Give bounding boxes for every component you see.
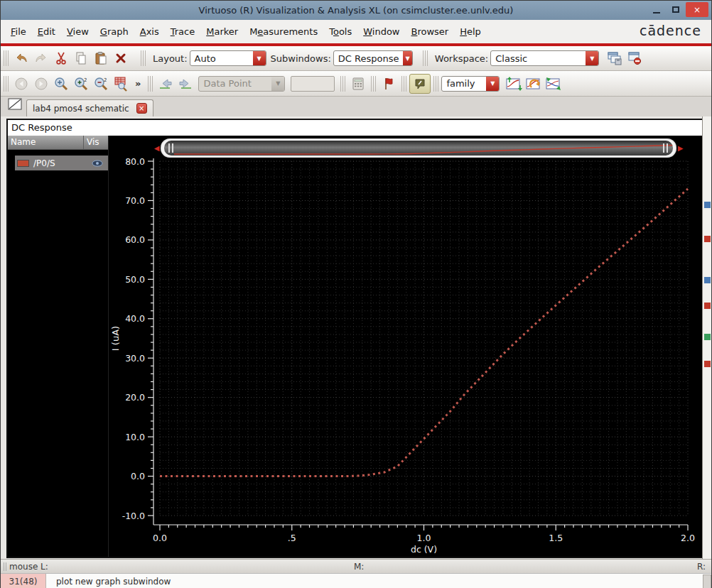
label-info-toggle[interactable] bbox=[409, 74, 431, 94]
menu-browser[interactable]: Browser bbox=[406, 23, 455, 40]
dropdown-arrow-icon[interactable]: ▼ bbox=[403, 51, 411, 65]
trace-visibility-toggle[interactable] bbox=[87, 160, 108, 167]
menu-file[interactable]: File bbox=[5, 23, 32, 40]
previous-point-icon bbox=[158, 77, 173, 91]
swap-sweep-button[interactable] bbox=[504, 74, 524, 93]
menu-help[interactable]: Help bbox=[454, 23, 487, 40]
dropdown-arrow-icon[interactable]: ▼ bbox=[253, 51, 266, 65]
family-dropdown[interactable]: family ▼ bbox=[441, 76, 500, 92]
command-counter: 31(48) bbox=[1, 574, 46, 588]
svg-text:.5: .5 bbox=[288, 533, 296, 543]
toolbar-grip[interactable] bbox=[4, 76, 9, 92]
layout-dropdown[interactable]: Auto ▼ bbox=[190, 50, 266, 66]
menu-axis[interactable]: Axis bbox=[134, 23, 165, 40]
tab-close-button[interactable]: × bbox=[136, 103, 147, 114]
minimize-button[interactable] bbox=[647, 2, 665, 17]
toolbar-grip[interactable] bbox=[433, 76, 438, 92]
subwindows-dropdown[interactable]: DC Response ▼ bbox=[333, 50, 413, 66]
status-grip bbox=[4, 562, 8, 571]
panel-fragment-icon bbox=[704, 277, 711, 283]
dropdown-arrow-icon[interactable]: ▼ bbox=[271, 77, 284, 91]
legend-name-header[interactable]: Name bbox=[8, 136, 84, 149]
toolbar-grip[interactable] bbox=[423, 50, 428, 66]
command-scrollbar[interactable] bbox=[703, 575, 711, 588]
legend-vis-header[interactable]: Vis bbox=[84, 136, 108, 149]
next-point-button[interactable] bbox=[176, 74, 195, 93]
save-workspace-icon bbox=[607, 51, 622, 65]
datapoint-dropdown[interactable]: Data Point ▼ bbox=[198, 76, 285, 92]
svg-text:2: 2 bbox=[104, 77, 107, 83]
fit-traces-button[interactable] bbox=[544, 74, 563, 93]
menu-view[interactable]: View bbox=[61, 23, 95, 40]
svg-text:-10.0: -10.0 bbox=[122, 511, 145, 521]
command-message: plot new graph subwindow bbox=[46, 574, 171, 588]
svg-text:20.0: 20.0 bbox=[125, 392, 145, 403]
menu-edit[interactable]: Edit bbox=[32, 23, 61, 40]
svg-text:0.0: 0.0 bbox=[131, 471, 145, 481]
zoom-out-button[interactable]: 2 bbox=[91, 74, 111, 93]
dropdown-arrow-icon[interactable]: ▼ bbox=[486, 77, 499, 91]
layout-label: Layout: bbox=[153, 53, 188, 64]
toolbar-grip[interactable] bbox=[148, 76, 153, 92]
toolbar-grip[interactable] bbox=[141, 50, 146, 66]
paste-button[interactable] bbox=[91, 49, 111, 68]
menu-window[interactable]: Window bbox=[357, 23, 405, 40]
svg-text:40.0: 40.0 bbox=[125, 313, 145, 324]
strip-chart-button[interactable] bbox=[111, 74, 131, 93]
close-icon: × bbox=[139, 104, 144, 112]
toolbar-grip[interactable] bbox=[371, 76, 376, 92]
nav-back-button[interactable] bbox=[11, 74, 31, 93]
svg-text:dc (V): dc (V) bbox=[411, 544, 437, 555]
toolbar-grip[interactable] bbox=[401, 76, 406, 92]
zoom-fit-button[interactable] bbox=[51, 74, 71, 93]
menu-tools[interactable]: Tools bbox=[323, 23, 357, 40]
menu-measurements[interactable]: Measurements bbox=[244, 23, 323, 40]
close-icon: × bbox=[694, 5, 701, 15]
nav-forward-button[interactable] bbox=[31, 74, 51, 93]
save-workspace-button[interactable] bbox=[605, 49, 625, 68]
subwindows-label: Subwindows: bbox=[271, 53, 331, 64]
trace-row[interactable]: /P0/S bbox=[15, 156, 108, 170]
flag-button[interactable] bbox=[379, 74, 399, 93]
menu-graph[interactable]: Graph bbox=[95, 23, 134, 40]
dropdown-arrow-icon[interactable]: ▼ bbox=[586, 51, 598, 65]
subwindows-value: DC Response bbox=[334, 51, 404, 65]
maximize-button[interactable] bbox=[667, 2, 684, 17]
panel-fragment-icon bbox=[704, 361, 711, 367]
toolbar-overflow-chevron[interactable]: » bbox=[135, 78, 141, 89]
layout-value: Auto bbox=[190, 51, 253, 65]
toolbar-grip[interactable] bbox=[340, 76, 345, 92]
delete-button[interactable] bbox=[111, 49, 131, 68]
calculator-button[interactable] bbox=[348, 74, 368, 93]
datapoint-input[interactable] bbox=[291, 76, 335, 92]
trace-label: /P0/S bbox=[33, 158, 87, 168]
copy-button[interactable] bbox=[71, 49, 91, 68]
toolbar-grip[interactable] bbox=[4, 50, 9, 66]
tab-lab4-pmos4-schematic[interactable]: lab4 pmos4 schematic × bbox=[26, 99, 153, 116]
menu-marker[interactable]: Marker bbox=[200, 23, 244, 40]
info-bubble-icon bbox=[414, 77, 426, 90]
cut-button[interactable] bbox=[51, 49, 71, 68]
command-bar: 31(48) plot new graph subwindow bbox=[1, 573, 711, 588]
refresh-plot-button[interactable] bbox=[524, 74, 544, 93]
redo-button[interactable] bbox=[31, 49, 51, 68]
window-title: Virtuoso (R) Visualization & Analysis XL… bbox=[1, 5, 711, 16]
panel-fragment-icon bbox=[704, 202, 711, 208]
delete-workspace-button[interactable] bbox=[625, 49, 644, 68]
menu-items: FileEditViewGraphAxisTraceMarkerMeasurem… bbox=[5, 23, 487, 40]
zoom-out-icon: 2 bbox=[93, 76, 109, 92]
dc-response-chart[interactable]: 80.070.060.050.040.030.020.010.00.0-10.0… bbox=[109, 136, 702, 557]
previous-point-button[interactable] bbox=[156, 74, 176, 93]
graph-title: DC Response bbox=[8, 120, 702, 136]
undo-button[interactable] bbox=[11, 49, 31, 68]
trace-color-swatch bbox=[17, 160, 29, 167]
close-button[interactable]: × bbox=[686, 2, 708, 17]
virtuoso-visualization-window: Virtuoso (R) Visualization & Analysis XL… bbox=[0, 0, 712, 588]
collapsed-side-panel[interactable] bbox=[702, 116, 711, 559]
subwindow-icon[interactable] bbox=[8, 98, 22, 113]
nav-back-icon bbox=[14, 77, 28, 91]
workspace-dropdown[interactable]: Classic ▼ bbox=[490, 50, 599, 66]
menu-trace[interactable]: Trace bbox=[165, 23, 201, 40]
zoom-in-button[interactable]: 2 bbox=[71, 74, 91, 93]
panel-fragment-icon bbox=[704, 303, 711, 309]
